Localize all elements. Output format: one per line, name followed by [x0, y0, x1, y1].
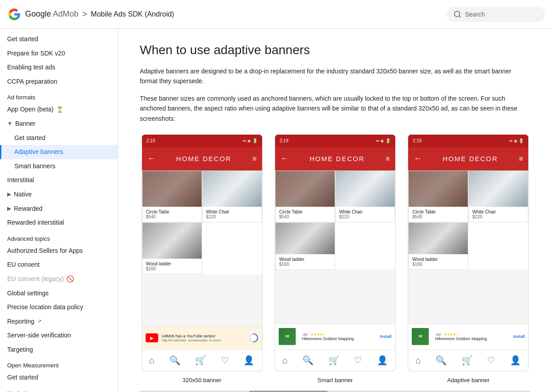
cart-nav-icon: 🛒: [195, 355, 206, 366]
sidebar-item-reporting[interactable]: Reporting ↗: [0, 315, 118, 329]
phone-bottom-nav: ⌂ 🔍 🛒 ♡ 👤: [142, 349, 262, 371]
sidebar-item-global-settings[interactable]: Global settings: [0, 286, 118, 301]
home-nav-icon: ⌂: [149, 355, 155, 366]
sidebar-item-enabling-test-ads[interactable]: Enabling test ads: [0, 60, 118, 75]
outdoor-ad-banner-smart: 🗺 Ad ★★★★☆ Hikemoore Outdoor Mapping Ins…: [275, 324, 395, 349]
search-nav-icon: 🔍: [169, 355, 181, 366]
sidebar-item-targeting[interactable]: Targeting: [0, 343, 118, 357]
phone-time-adaptive: 2:19: [413, 138, 421, 143]
main-layout: Get started Prepare for SDK v20 Enabling…: [0, 29, 552, 392]
phone-frame-320x50: 2:19 ▪▪ ◈ 🔋 ← HOME DECOR ≡: [142, 134, 263, 371]
cart-nav-icon-adaptive: 🛒: [461, 355, 473, 366]
search-box[interactable]: Search: [446, 7, 545, 22]
sidebar-item-eu-consent[interactable]: EU consent: [0, 258, 118, 272]
phone-status-bar: 2:19 ▪▪ ◈ 🔋: [142, 135, 262, 147]
profile-nav-icon: 👤: [243, 355, 254, 366]
app-title: HOME DECOR: [160, 155, 248, 162]
google-admob-logo[interactable]: Google AdMob: [7, 7, 78, 21]
back-arrow-icon-smart: ←: [280, 154, 289, 163]
home-nav-icon-adaptive: ⌂: [416, 355, 421, 366]
chevron-right-icon-rewarded: ▶: [7, 205, 11, 213]
screenshot-label-320x50: 320x50 banner: [182, 377, 221, 383]
sidebar-item-get-started-top[interactable]: Get started: [0, 32, 118, 47]
sidebar-item-app-open[interactable]: App Open (beta) ⏳: [0, 102, 118, 117]
sidebar-item-banner[interactable]: ▼ Banner: [0, 117, 118, 131]
ad-title-smart: Hikemoore Outdoor Mapping: [302, 337, 376, 341]
screenshots-grid: 2:19 ▪▪ ◈ 🔋 ← HOME DECOR ≡: [140, 134, 530, 383]
phone-app-bar: ← HOME DECOR ≡: [142, 147, 262, 170]
phone-signal-icons-smart: ▪▪ ◈ 🔋: [376, 138, 391, 143]
menu-icon-adaptive: ≡: [519, 155, 523, 163]
admob-ad-banner: AdMob has a YouTube series! Tap for tuto…: [142, 326, 262, 349]
sidebar-item-smart-banners[interactable]: Smart banners: [0, 159, 118, 174]
chevron-down-icon: ▼: [7, 120, 13, 128]
sidebar-item-prepare-sdk[interactable]: Prepare for SDK v20: [0, 47, 118, 61]
heart-nav-icon: ♡: [221, 355, 229, 366]
sidebar-item-adaptive-banners[interactable]: Adaptive banners: [0, 145, 118, 159]
screenshot-label-smart: Smart banner: [318, 377, 353, 383]
ad-label-smart: Ad: [302, 332, 309, 337]
phone-frame-smart: 2:19 ▪▪ ◈ 🔋 ← HOME DECOR ≡: [275, 134, 396, 371]
sidebar: Get started Prepare for SDK v20 Enabling…: [0, 29, 118, 392]
screenshot-320x50: 2:19 ▪▪ ◈ 🔋 ← HOME DECOR ≡: [140, 134, 264, 383]
ad-text: AdMob has a YouTube series! Tap for tuto…: [162, 334, 245, 342]
install-button-smart[interactable]: Install: [380, 334, 392, 339]
screenshot-smart-banner: 2:19 ▪▪ ◈ 🔋 ← HOME DECOR ≡: [273, 134, 397, 383]
app-title-smart: HOME DECOR: [293, 155, 381, 162]
phone-app-bar-smart: ← HOME DECOR ≡: [275, 147, 395, 170]
screenshot-label-adaptive: Adaptive banner: [447, 377, 490, 383]
sidebar-item-rewarded[interactable]: ▶ Rewarded: [0, 202, 118, 216]
ad-label-adaptive: Ad: [435, 332, 442, 337]
sidebar-item-precise-location[interactable]: Precise location data policy: [0, 300, 118, 315]
outdoor-img-adaptive: 🗺: [412, 328, 429, 345]
ad-stars-adaptive: ★★★★☆: [444, 332, 459, 337]
hourglass-icon: ⏳: [56, 106, 63, 114]
phone-signal-icons: ▪▪ ◈ 🔋: [243, 138, 258, 143]
search-nav-icon-smart: 🔍: [302, 355, 314, 366]
block-icon: 🚫: [66, 275, 74, 284]
breadcrumb-separator: >: [82, 9, 87, 19]
phone-signal-icons-adaptive: ▪▪ ◈ 🔋: [509, 138, 524, 143]
external-link-icon: ↗: [37, 318, 42, 325]
outdoor-ad-banner-adaptive: 🗺 Ad ★★★★☆ Hikemoore Outdoor Mapping Ins…: [408, 324, 528, 349]
phone-status-bar-smart: 2:19 ▪▪ ◈ 🔋: [275, 135, 395, 147]
progress-circle-icon: [249, 333, 259, 343]
youtube-icon: [146, 333, 158, 342]
main-content: When to use adaptive banners Adaptive ba…: [118, 29, 552, 392]
home-nav-icon-smart: ⌂: [282, 355, 288, 366]
menu-icon: ≡: [252, 155, 256, 163]
search-placeholder-text: Search: [465, 11, 485, 18]
sidebar-item-server-side-verification[interactable]: Server-side verification: [0, 328, 118, 343]
phone-status-bar-adaptive: 2:19 ▪▪ ◈ 🔋: [408, 135, 528, 147]
phone-bottom-nav-adaptive: ⌂ 🔍 🛒 ♡ 👤: [408, 349, 528, 371]
sidebar-item-authorized-sellers[interactable]: Authorized Sellers for Apps: [0, 244, 118, 258]
paragraph-1: Adaptive banners are designed to be a dr…: [140, 66, 530, 86]
heart-nav-icon-smart: ♡: [354, 355, 362, 366]
paragraph-2: These banner sizes are commonly used as …: [140, 94, 530, 124]
search-icon: [453, 10, 461, 18]
phone-time: 2:19: [147, 138, 155, 143]
menu-icon-smart: ≡: [386, 155, 390, 163]
sidebar-item-get-started-om[interactable]: Get started: [0, 371, 118, 385]
google-g-icon: [7, 7, 22, 21]
sidebar-item-get-started-banner[interactable]: Get started: [0, 131, 118, 145]
section-label-mediation: Mediation: [0, 385, 118, 392]
install-button-adaptive[interactable]: Install: [513, 334, 525, 339]
breadcrumb-current: Mobile Ads SDK (Android): [91, 10, 174, 18]
sidebar-item-eu-consent-legacy: EU consent (legacy) 🚫: [0, 272, 118, 286]
svg-line-2: [459, 16, 460, 17]
svg-point-5: [251, 336, 256, 340]
app-header: Google AdMob > Mobile Ads SDK (Android) …: [0, 0, 552, 29]
phone-time-smart: 2:19: [280, 138, 288, 143]
sidebar-item-native[interactable]: ▶ Native: [0, 187, 118, 202]
sidebar-item-ccpa[interactable]: CCPA preparation: [0, 75, 118, 89]
sidebar-item-interstitial[interactable]: Interstitial: [0, 173, 118, 187]
sidebar-item-rewarded-interstitial[interactable]: Rewarded interstitial: [0, 216, 118, 230]
phone-app-bar-adaptive: ← HOME DECOR ≡: [408, 147, 528, 170]
search-nav-icon-adaptive: 🔍: [436, 355, 447, 366]
phone-bottom-nav-smart: ⌂ 🔍 🛒 ♡ 👤: [275, 349, 395, 371]
ad-title-adaptive: Hikemoore Outdoor Mapping: [435, 337, 509, 341]
section-label-open-measurement: Open Measurement: [0, 357, 118, 371]
app-title-adaptive: HOME DECOR: [426, 155, 514, 162]
screenshot-adaptive-banner: 2:19 ▪▪ ◈ 🔋 ← HOME DECOR ≡: [406, 134, 530, 383]
